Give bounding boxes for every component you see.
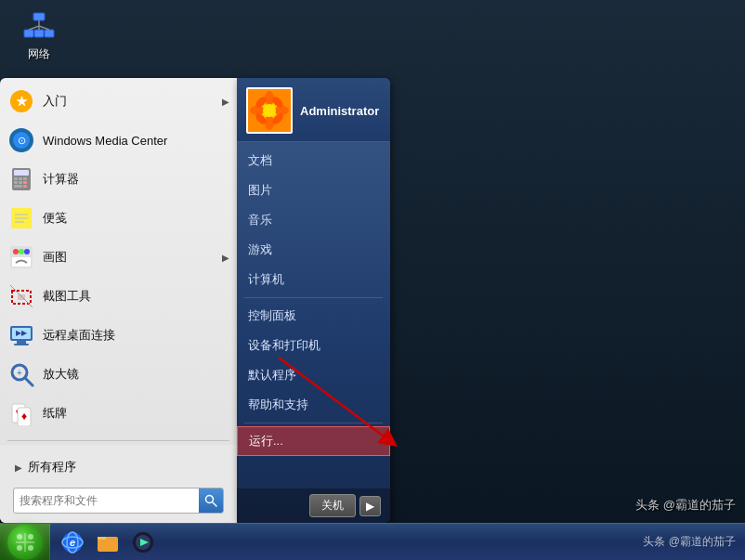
right-menu-items: 文档 图片 音乐 游戏 计算机 控制面板 设备 bbox=[237, 142, 390, 488]
svg-point-58 bbox=[263, 104, 276, 117]
start-menu: ★ 入门 ▶ ⊙ Windows Media Cen bbox=[0, 78, 390, 523]
remote-desktop-label: 远程桌面连接 bbox=[43, 327, 229, 344]
solitaire-label: 纸牌 bbox=[43, 405, 229, 422]
svg-rect-2 bbox=[34, 30, 44, 37]
menu-item-sticky-notes[interactable]: 便笺 bbox=[0, 199, 237, 238]
svg-rect-17 bbox=[23, 177, 27, 180]
svg-text:+: + bbox=[17, 368, 22, 378]
all-programs-label: 所有程序 bbox=[28, 459, 76, 475]
right-item-games[interactable]: 游戏 bbox=[237, 235, 390, 265]
all-programs-item[interactable]: ▶ 所有程序 bbox=[7, 450, 229, 484]
menu-item-solitaire[interactable]: ♥ ♦ 纸牌 bbox=[0, 394, 237, 433]
remote-desktop-icon: ▶▶ bbox=[7, 321, 35, 349]
svg-point-46 bbox=[206, 496, 214, 503]
shutdown-button[interactable]: 关机 bbox=[309, 494, 356, 517]
shutdown-arrow-button[interactable]: ▶ bbox=[359, 496, 381, 516]
snipping-tool-label: 截图工具 bbox=[43, 288, 229, 305]
svg-text:★: ★ bbox=[16, 94, 28, 109]
svg-rect-22 bbox=[23, 185, 27, 188]
right-item-help-support[interactable]: 帮助和支持 bbox=[237, 390, 390, 420]
left-menu-items: ★ 入门 ▶ ⊙ Windows Media Cen bbox=[0, 78, 237, 436]
right-item-music[interactable]: 音乐 bbox=[237, 205, 390, 235]
desktop-icon-network[interactable]: 网络 bbox=[11, 9, 67, 62]
shutdown-bar: 关机 ▶ bbox=[237, 488, 390, 523]
svg-point-62 bbox=[28, 545, 33, 551]
svg-rect-1 bbox=[24, 30, 33, 37]
start-button[interactable] bbox=[0, 524, 50, 561]
sticky-notes-label: 便笺 bbox=[43, 210, 229, 227]
watermark: 头条 @霸道的茄子 bbox=[635, 497, 736, 514]
username-label: Administrator bbox=[300, 104, 379, 118]
menu-item-snipping-tool[interactable]: 截图工具 bbox=[0, 277, 237, 316]
search-bar bbox=[13, 488, 224, 514]
svg-rect-18 bbox=[14, 181, 18, 184]
magnifier-label: 放大镜 bbox=[43, 366, 229, 383]
svg-rect-14 bbox=[14, 170, 29, 176]
taskbar-icon-ie[interactable]: e bbox=[58, 527, 87, 557]
svg-rect-21 bbox=[14, 185, 22, 188]
default-programs-label: 默认程序 bbox=[248, 367, 296, 384]
right-item-pictures[interactable]: 图片 bbox=[237, 176, 390, 205]
getting-started-icon: ★ bbox=[7, 87, 35, 115]
svg-point-59 bbox=[17, 534, 22, 540]
games-label: 游戏 bbox=[248, 241, 272, 258]
taskbar-icon-media-player[interactable] bbox=[128, 527, 158, 557]
left-bottom: ▶ 所有程序 bbox=[0, 445, 237, 523]
network-label: 网络 bbox=[28, 46, 50, 62]
right-item-computer[interactable]: 计算机 bbox=[237, 265, 390, 294]
menu-item-paint[interactable]: 画图 ▶ bbox=[0, 238, 237, 277]
svg-rect-37 bbox=[14, 344, 29, 345]
menu-item-calculator[interactable]: 计算器 bbox=[0, 160, 237, 199]
run-label: 运行... bbox=[249, 433, 283, 449]
paint-icon bbox=[7, 243, 35, 271]
paint-arrow: ▶ bbox=[222, 253, 229, 263]
calculator-label: 计算器 bbox=[43, 171, 229, 188]
control-panel-label: 控制面板 bbox=[248, 307, 296, 324]
computer-label: 计算机 bbox=[248, 271, 284, 288]
network-icon bbox=[22, 9, 56, 43]
right-item-documents[interactable]: 文档 bbox=[237, 146, 390, 176]
svg-rect-36 bbox=[17, 341, 26, 344]
menu-item-wmc[interactable]: ⊙ Windows Media Center bbox=[0, 121, 237, 160]
desktop: 网络 ★ 入门 ▶ bbox=[0, 0, 745, 560]
start-menu-right: Administrator 文档 图片 音乐 游戏 计算机 bbox=[237, 78, 390, 523]
taskbar-icons: e bbox=[50, 527, 634, 557]
user-section: Administrator bbox=[237, 78, 390, 142]
right-divider-1 bbox=[244, 297, 383, 298]
right-item-devices-printers[interactable]: 设备和打印机 bbox=[237, 331, 390, 360]
svg-text:e: e bbox=[70, 537, 75, 548]
menu-item-magnifier[interactable]: + 放大镜 bbox=[0, 355, 237, 394]
svg-text:▶▶: ▶▶ bbox=[16, 329, 28, 337]
menu-item-remote-desktop[interactable]: ▶▶ 远程桌面连接 bbox=[0, 316, 237, 355]
svg-rect-68 bbox=[98, 537, 106, 540]
paint-label: 画图 bbox=[43, 249, 222, 266]
getting-started-label: 入门 bbox=[43, 93, 222, 110]
svg-rect-16 bbox=[19, 177, 22, 180]
solitaire-icon: ♥ ♦ bbox=[7, 399, 35, 427]
svg-line-40 bbox=[25, 378, 33, 385]
search-input[interactable] bbox=[14, 492, 199, 509]
svg-rect-0 bbox=[33, 13, 45, 20]
svg-rect-31 bbox=[12, 257, 31, 267]
svg-rect-3 bbox=[45, 30, 54, 37]
right-item-run[interactable]: 运行... bbox=[237, 426, 390, 456]
svg-rect-15 bbox=[14, 177, 18, 180]
svg-text:⊙: ⊙ bbox=[18, 135, 26, 146]
taskbar: e 头条 @霸道的茄子 bbox=[0, 523, 745, 560]
svg-rect-20 bbox=[23, 181, 27, 184]
documents-label: 文档 bbox=[248, 152, 272, 169]
calculator-icon bbox=[7, 165, 35, 193]
wmc-icon: ⊙ bbox=[7, 126, 35, 154]
svg-point-61 bbox=[17, 545, 22, 551]
svg-line-7 bbox=[39, 26, 49, 30]
right-item-control-panel[interactable]: 控制面板 bbox=[237, 301, 390, 331]
avatar-image bbox=[248, 89, 291, 132]
taskbar-icon-explorer[interactable] bbox=[93, 527, 123, 557]
right-item-default-programs[interactable]: 默认程序 bbox=[237, 360, 390, 390]
menu-item-getting-started[interactable]: ★ 入门 ▶ bbox=[0, 82, 237, 121]
svg-point-29 bbox=[19, 249, 24, 254]
right-divider-2 bbox=[244, 423, 383, 423]
search-button[interactable] bbox=[199, 488, 223, 513]
user-avatar bbox=[246, 87, 293, 134]
svg-line-5 bbox=[29, 26, 39, 30]
